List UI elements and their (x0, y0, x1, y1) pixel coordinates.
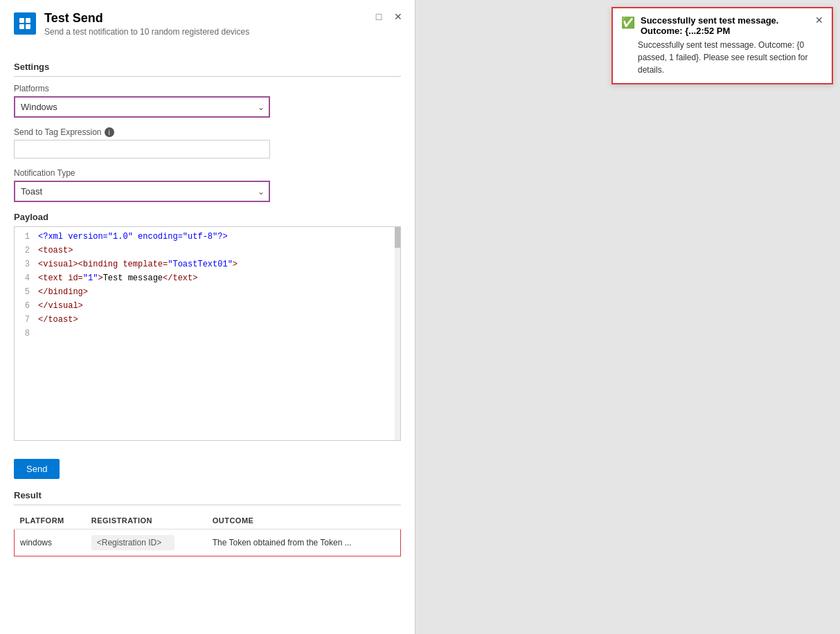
result-table: PLATFORM REGISTRATION OUTCOME windows <R… (14, 512, 401, 556)
code-line-14 (15, 410, 400, 424)
platforms-field-group: Platforms Windows Apple Google Baidu Kin… (14, 84, 401, 118)
panel-title: Test Send (44, 11, 249, 26)
svg-rect-3 (26, 24, 30, 29)
main-background: Test Send Send a test notification to 10… (0, 0, 840, 634)
col-platform: PLATFORM (15, 512, 86, 529)
tag-expression-field-group: Send to Tag Expression i (14, 127, 401, 158)
notification-hub-icon (14, 12, 36, 35)
close-button[interactable]: ✕ (391, 10, 405, 24)
result-divider (14, 505, 401, 505)
platforms-label: Platforms (14, 84, 401, 93)
platforms-select[interactable]: Windows Apple Google Baidu Kindle Xiaomi (14, 96, 270, 118)
code-line-8: 8 (15, 327, 400, 341)
toast-success-icon: ✅ (621, 16, 635, 29)
code-scrollbar-thumb (395, 227, 400, 248)
svg-rect-1 (26, 18, 30, 23)
notification-type-label: Notification Type (14, 168, 401, 178)
toast-title: Successfully sent test message. Outcome:… (641, 15, 810, 36)
toast-body: Successfully sent test message. Outcome:… (621, 39, 823, 76)
panel-body: Settings Platforms Windows Apple Google … (0, 45, 415, 570)
tag-expression-label: Send to Tag Expression i (14, 127, 401, 137)
svg-rect-2 (19, 24, 24, 29)
tag-expression-input[interactable] (14, 140, 270, 158)
payload-label: Payload (14, 212, 401, 222)
toast-header: ✅ Successfully sent test message. Outcom… (621, 15, 823, 36)
panel-header: Test Send Send a test notification to 10… (0, 0, 415, 45)
tag-expression-info-icon[interactable]: i (105, 127, 114, 137)
code-line-10 (15, 354, 400, 368)
result-platform-cell: windows (15, 529, 86, 556)
panel-subtitle: Send a test notification to 10 random re… (44, 27, 249, 37)
send-button[interactable]: Send (14, 459, 60, 479)
payload-editor[interactable]: 1 <?xml version="1.0" encoding="utf-8"?>… (14, 226, 401, 441)
panel-controls: □ ✕ (372, 10, 405, 24)
code-line-4: 4 <text id="1">Test message</text> (15, 271, 400, 285)
right-background (415, 0, 840, 634)
code-line-5: 5 </binding> (15, 285, 400, 299)
test-send-panel: Test Send Send a test notification to 10… (0, 0, 415, 634)
code-line-11 (15, 368, 400, 382)
toast-notification: ✅ Successfully sent test message. Outcom… (611, 7, 833, 84)
table-row: windows <Registration ID> The Token obta… (15, 529, 401, 556)
col-outcome: OUTCOME (207, 512, 401, 529)
panel-title-block: Test Send Send a test notification to 10… (44, 11, 249, 37)
result-outcome-cell: The Token obtained from the Token ... (207, 529, 401, 556)
settings-section-label: Settings (14, 62, 401, 72)
toast-close-button[interactable]: ✕ (815, 15, 823, 25)
notification-type-field-group: Notification Type Toast Badge Tile Raw ⌄ (14, 168, 401, 202)
code-line-13 (15, 396, 400, 410)
notification-type-select[interactable]: Toast Badge Tile Raw (14, 181, 270, 202)
code-line-12 (15, 382, 400, 396)
notification-type-dropdown-wrapper: Toast Badge Tile Raw ⌄ (14, 181, 270, 202)
minimize-button[interactable]: □ (372, 10, 386, 24)
code-scrollbar[interactable] (395, 227, 400, 440)
svg-rect-0 (19, 18, 24, 23)
code-line-6: 6 </visual> (15, 299, 400, 313)
result-table-header-row: PLATFORM REGISTRATION OUTCOME (15, 512, 401, 529)
code-line-1: 1 <?xml version="1.0" encoding="utf-8"?> (15, 230, 400, 244)
payload-field-group: Payload 1 <?xml version="1.0" encoding="… (14, 212, 401, 441)
platforms-dropdown-wrapper: Windows Apple Google Baidu Kindle Xiaomi… (14, 96, 270, 118)
code-line-2: 2 <toast> (15, 244, 400, 257)
col-registration: REGISTRATION (86, 512, 207, 529)
code-line-9 (15, 341, 400, 354)
code-line-3: 3 <visual><binding template="ToastText01… (15, 257, 400, 271)
code-line-7: 7 </toast> (15, 313, 400, 327)
result-registration-cell: <Registration ID> (86, 529, 207, 556)
result-section-label: Result (14, 490, 401, 500)
settings-divider (14, 76, 401, 77)
registration-id-value: <Registration ID> (91, 535, 175, 550)
result-section: Result PLATFORM REGISTRATION OUTCOME win… (14, 490, 401, 556)
code-lines: 1 <?xml version="1.0" encoding="utf-8"?>… (15, 227, 400, 440)
code-line-15 (15, 424, 400, 437)
